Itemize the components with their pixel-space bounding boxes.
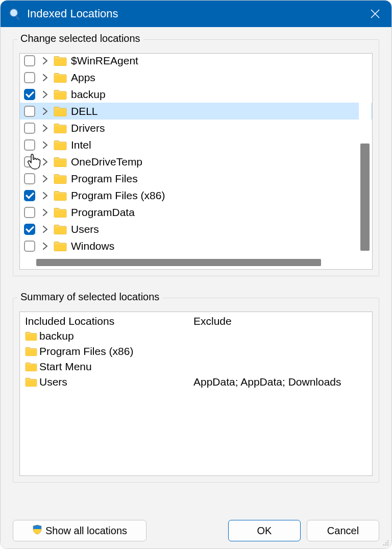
folder-icon	[54, 241, 67, 252]
button-bar: Show all locations OK Cancel	[13, 503, 379, 541]
folder-icon	[54, 224, 67, 235]
ok-button[interactable]: OK	[228, 520, 301, 541]
tree-row-label: Users	[71, 223, 99, 235]
change-locations-group: Change selected locations $WinREAgentApp…	[13, 39, 379, 276]
show-all-locations-button[interactable]: Show all locations	[13, 520, 146, 541]
app-icon	[8, 7, 22, 21]
expand-chevron-icon[interactable]	[40, 89, 51, 100]
checkbox[interactable]	[24, 89, 35, 100]
locations-tree[interactable]: $WinREAgentAppsbackupDELLDriversIntelOne…	[19, 53, 373, 270]
checkbox[interactable]	[24, 139, 35, 151]
summary-exclude	[193, 359, 341, 374]
show-all-label: Show all locations	[45, 525, 127, 537]
resize-grip[interactable]	[381, 538, 389, 546]
tree-row[interactable]: Drivers	[20, 120, 372, 136]
summary-list[interactable]: Included Locations backupProgram Files (…	[19, 312, 373, 476]
expand-chevron-icon[interactable]	[40, 157, 51, 167]
svg-point-9	[387, 544, 389, 546]
vertical-scrollbar[interactable]	[359, 54, 371, 255]
folder-icon	[54, 89, 67, 100]
svg-point-6	[387, 542, 389, 544]
folder-icon	[54, 106, 67, 117]
summary-name: Program Files (x86)	[39, 345, 133, 357]
tree-row[interactable]: Users	[20, 221, 372, 237]
tree-row-label: Windows	[71, 240, 114, 252]
dialog-title: Indexed Locations	[27, 7, 359, 20]
expand-chevron-icon[interactable]	[40, 140, 51, 150]
expand-chevron-icon[interactable]	[40, 207, 51, 218]
folder-icon	[25, 346, 37, 356]
checkbox[interactable]	[24, 72, 35, 83]
folder-icon	[54, 156, 67, 168]
expand-chevron-icon[interactable]	[40, 190, 51, 201]
expand-chevron-icon[interactable]	[40, 241, 51, 251]
tree-row[interactable]: Program Files	[20, 170, 372, 187]
tree-row-label: Program Files (x86)	[71, 189, 165, 202]
folder-icon	[25, 362, 37, 372]
horizontal-scrollbar[interactable]	[21, 257, 359, 268]
summary-exclude	[193, 344, 341, 359]
tree-row[interactable]: Apps	[20, 69, 372, 86]
vertical-scroll-thumb[interactable]	[360, 144, 370, 251]
expand-chevron-icon[interactable]	[40, 224, 51, 234]
svg-point-8	[385, 544, 387, 546]
summary-name: Users	[39, 376, 67, 388]
tree-row-label: Intel	[71, 139, 91, 151]
expand-chevron-icon[interactable]	[40, 123, 51, 133]
folder-icon	[54, 72, 67, 83]
checkbox[interactable]	[24, 106, 35, 117]
checkbox[interactable]	[24, 190, 35, 201]
expand-chevron-icon[interactable]	[40, 174, 51, 184]
summary-name: Start Menu	[39, 361, 92, 373]
summary-row[interactable]: Users	[25, 374, 183, 390]
summary-row[interactable]: backup	[25, 328, 183, 344]
checkbox[interactable]	[24, 241, 35, 252]
folder-icon	[25, 331, 37, 341]
tree-row[interactable]: ProgramData	[20, 204, 372, 221]
tree-row-label: DELL	[71, 105, 98, 117]
tree-row[interactable]: Program Files (x86)	[20, 187, 372, 204]
tree-row[interactable]: Intel	[20, 136, 372, 153]
folder-icon	[25, 377, 37, 387]
tree-row[interactable]: OneDriveTemp	[20, 153, 372, 170]
checkbox[interactable]	[24, 123, 35, 134]
titlebar: Indexed Locations	[1, 1, 391, 27]
svg-point-5	[385, 542, 387, 544]
tree-row[interactable]: backup	[20, 86, 372, 103]
checkbox[interactable]	[24, 173, 35, 184]
expand-chevron-icon[interactable]	[40, 56, 51, 66]
summary-row[interactable]: Start Menu	[25, 359, 183, 374]
summary-exclude	[193, 328, 341, 344]
folder-icon	[54, 123, 67, 134]
change-locations-legend: Change selected locations	[17, 33, 143, 44]
checkbox[interactable]	[24, 224, 35, 235]
tree-row[interactable]: DELL	[20, 103, 372, 120]
expand-chevron-icon[interactable]	[40, 106, 51, 116]
tree-row-label: Program Files	[71, 173, 138, 185]
horizontal-scroll-thumb[interactable]	[36, 259, 321, 266]
tree-row[interactable]: Windows	[20, 237, 372, 254]
svg-point-7	[383, 544, 385, 546]
folder-icon	[54, 207, 67, 218]
cancel-button[interactable]: Cancel	[307, 520, 379, 541]
included-header: Included Locations	[25, 315, 183, 327]
shield-icon	[32, 524, 42, 537]
svg-point-0	[10, 9, 18, 17]
folder-icon	[54, 55, 67, 66]
tree-row-label: Apps	[71, 71, 95, 84]
expand-chevron-icon[interactable]	[40, 73, 51, 83]
summary-legend: Summary of selected locations	[17, 291, 162, 303]
close-button[interactable]	[359, 1, 391, 27]
summary-group: Summary of selected locations Included L…	[13, 298, 379, 483]
tree-row-label: $WinREAgent	[71, 55, 138, 67]
svg-point-4	[387, 540, 389, 542]
checkbox[interactable]	[24, 156, 35, 168]
indexed-locations-dialog: Indexed Locations Change selected locati…	[0, 0, 392, 549]
summary-row[interactable]: Program Files (x86)	[25, 344, 183, 359]
tree-row[interactable]: $WinREAgent	[20, 53, 372, 69]
tree-row-label: ProgramData	[71, 206, 135, 219]
checkbox[interactable]	[24, 55, 35, 66]
exclude-header: Exclude	[193, 315, 341, 327]
checkbox[interactable]	[24, 207, 35, 218]
summary-exclude: AppData; AppData; Downloads	[193, 374, 341, 390]
